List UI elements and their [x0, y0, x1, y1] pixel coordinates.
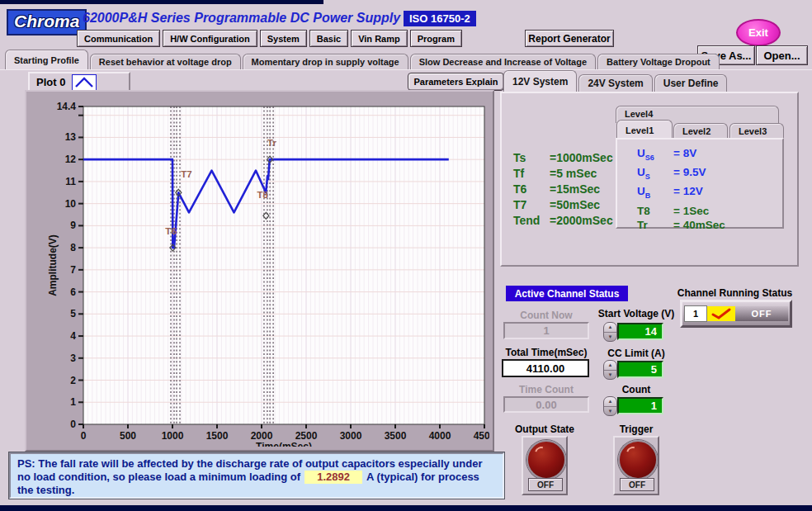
y-tick-label: 6 [70, 286, 76, 298]
system-tab-bar: 12V System24V SystemUser Define [503, 73, 727, 92]
menu-button-program[interactable]: Program [410, 30, 462, 47]
check-icon[interactable] [707, 306, 735, 321]
menu-button-communication[interactable]: Communication [77, 30, 160, 47]
total-time-label: Total Time(mSec) [502, 347, 591, 358]
y-tick-label: 7 [70, 264, 76, 276]
cc-limit-field[interactable] [617, 361, 663, 378]
trigger-knob[interactable] [618, 440, 658, 480]
menu-button-system[interactable]: System [260, 30, 307, 47]
trigger-value[interactable]: OFF [620, 478, 654, 491]
y-tick-label: 2 [70, 375, 76, 386]
tab-slow-decrease-and-increase-of-voltage[interactable]: Slow Decrease and Increase of Voltage [410, 54, 596, 70]
plot-line-style-icon[interactable] [72, 74, 97, 91]
cursor-label-tr: Tr [267, 138, 276, 148]
level-value-name: T8 [637, 204, 673, 219]
parameters-explain-button[interactable]: Parameters Explain [408, 73, 504, 91]
total-time-field[interactable] [502, 359, 589, 377]
tab-level3[interactable]: Level3 [729, 123, 784, 140]
cursor-label-t6: T6 [165, 226, 176, 236]
timing-param-value: =15mSec [550, 182, 600, 197]
y-tick-label: 3 [70, 352, 76, 364]
x-tick-label: 500 [120, 430, 136, 442]
x-tick-label: 0 [81, 430, 87, 442]
waveform-plot-area: T6T7T8Tr14.41312111098765432100500100015… [26, 92, 489, 447]
running-channel-number: 1 [684, 305, 707, 322]
app-window: Chroma 62000P&H Series Programmable DC P… [0, 0, 812, 511]
output-state-control: OFF [522, 436, 568, 495]
menu-button-basic[interactable]: Basic [309, 30, 348, 47]
x-tick-label: 3000 [340, 430, 362, 442]
level-value-name: UB [637, 184, 673, 203]
timing-param-name: Tf [513, 166, 550, 182]
y-tick-label: 9 [70, 220, 76, 231]
timing-param-name: T7 [513, 197, 550, 213]
y-tick-label: 14.4 [57, 101, 77, 112]
level-value-ub: UB= 12V [637, 184, 782, 203]
start-voltage-stepper[interactable]: ▲▼ [603, 322, 617, 342]
cursor-label-t7: T7 [181, 169, 191, 179]
count-now-field [503, 322, 589, 339]
level-values-panel: US6= 8VUS= 9.5VUB= 12VT8= 1SecTr= 40mSec [616, 138, 784, 229]
count-field[interactable] [617, 397, 663, 414]
time-count-label: Time Count [505, 384, 588, 395]
active-channel-status-label: Active Channel Status [506, 286, 628, 301]
menu-button-vin-ramp[interactable]: Vin Ramp [351, 30, 408, 47]
menu-button-h-w-configuration[interactable]: H/W Configuration [163, 30, 257, 47]
level-value-us: US= 9.5V [637, 165, 782, 184]
timing-param-ts: Ts=1000mSec [513, 150, 613, 166]
cursor-label-t8: T8 [257, 190, 269, 200]
tab-24v-system[interactable]: 24V System [578, 74, 652, 92]
tab-page-divider [0, 69, 812, 70]
open-button[interactable]: Open... [756, 45, 808, 65]
start-voltage-field[interactable] [617, 323, 663, 340]
cc-limit-stepper[interactable]: ▲▼ [603, 360, 617, 380]
time-count-field [503, 396, 589, 413]
x-axis-title: Time(mSec) [256, 441, 312, 447]
channel-running-status-control[interactable]: 1 OFF [680, 300, 792, 328]
main-tab-bar: Starting ProfileReset behavior at voltag… [5, 49, 720, 70]
tab-12v-system[interactable]: 12V System [503, 70, 577, 92]
timing-param-tend: Tend=2000mSec [513, 213, 613, 229]
timing-param-t6: T6=15mSec [513, 182, 613, 197]
timing-param-t7: T7=50mSec [513, 197, 613, 213]
desktop-strip-top [0, 0, 323, 4]
x-tick-label: 1000 [162, 430, 184, 442]
ps-note-value: 1.2892 [304, 471, 362, 484]
level-value-name: US6 [637, 146, 673, 165]
level-value-amount: = 40mSec [673, 218, 725, 233]
page-title: 62000P&H Series Programmable DC Power Su… [83, 11, 400, 26]
level-value-amount: = 1Sec [673, 204, 709, 219]
output-state-value[interactable]: OFF [528, 478, 563, 491]
x-tick-label: 3500 [385, 430, 407, 442]
y-tick-label: 12 [65, 154, 77, 165]
cc-limit-label: CC Limit (A) [591, 348, 682, 359]
tab-user-define[interactable]: User Define [654, 74, 728, 92]
timing-param-name: Ts [513, 150, 550, 166]
exit-button[interactable]: Exit [736, 19, 781, 46]
y-tick-label: 1 [70, 396, 76, 408]
tab-level2[interactable]: Level2 [673, 123, 728, 140]
count-stepper[interactable]: ▲▼ [603, 396, 617, 416]
chroma-logo: Chroma [7, 9, 87, 35]
tab-momentary-drop-in-supply-voltage[interactable]: Momentary drop in supply voltage [243, 54, 408, 70]
plot-name: Plot 0 [36, 76, 65, 88]
y-tick-label: 11 [65, 176, 76, 187]
tab-battery-voltage-dropout[interactable]: Battery Voltage Dropout [597, 54, 720, 70]
x-tick-label: 2500 [295, 430, 318, 442]
start-voltage-label: Start Voltage (V) [591, 308, 682, 319]
tab-starting-profile[interactable]: Starting Profile [5, 50, 88, 70]
report-generator-button[interactable]: Report Generator [525, 30, 614, 47]
desktop-strip-bottom [0, 505, 812, 511]
y-tick-label: 5 [70, 308, 76, 319]
tab-reset-behavior-at-voltage-drop[interactable]: Reset behavior at voltage drop [90, 54, 241, 70]
level-value-name: US [637, 165, 673, 184]
y-axis-title: Amplitude(V) [47, 234, 59, 296]
level-value-amount: = 12V [673, 184, 703, 203]
trigger-label: Trigger [612, 423, 660, 435]
output-state-knob[interactable] [526, 440, 566, 480]
level-value-t8: T8= 1Sec [637, 204, 782, 219]
x-tick-label: 4500 [474, 430, 489, 442]
timing-param-value: =2000mSec [550, 213, 613, 229]
y-tick-label: 13 [65, 131, 77, 143]
waveform-graph: T6T7T8Tr14.41312111098765432100500100015… [25, 90, 494, 452]
